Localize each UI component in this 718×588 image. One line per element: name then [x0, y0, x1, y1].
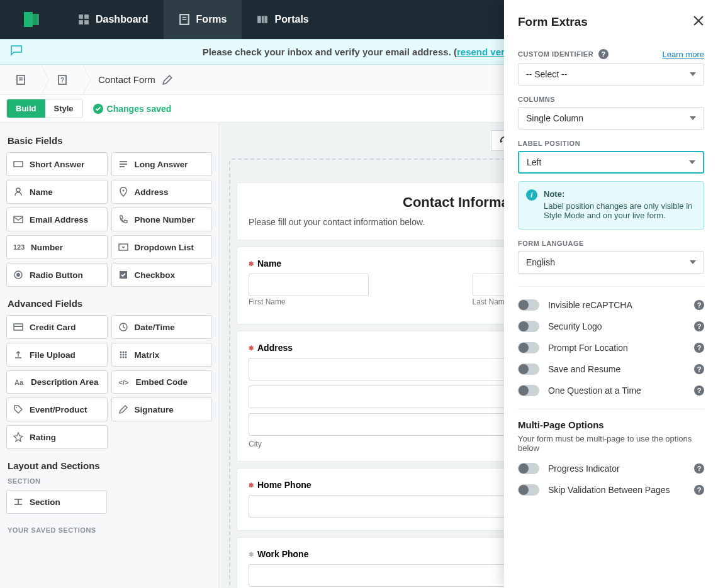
- toggle-recaptcha[interactable]: [518, 299, 539, 311]
- toggle-one-question[interactable]: [518, 385, 539, 396]
- text-icon: Aa: [13, 379, 25, 386]
- toggle-one-question-label: One Question at a Time: [548, 386, 685, 396]
- person-icon: [13, 187, 23, 197]
- fields-sidebar: Basic Fields Short Answer Long Answer Na…: [0, 123, 219, 588]
- field-label-work-phone: Work Phone: [257, 549, 308, 559]
- svg-point-41: [16, 407, 17, 408]
- help-icon[interactable]: ?: [694, 364, 704, 374]
- clock-icon: [118, 322, 128, 332]
- help-icon[interactable]: ?: [694, 300, 704, 310]
- svg-point-38: [120, 357, 121, 358]
- style-mode-button[interactable]: Style: [45, 99, 82, 118]
- svg-rect-4: [79, 20, 83, 25]
- saved-sections-label: YOUR SAVED SECTIONS: [8, 526, 212, 534]
- panel-title: Form Extras: [518, 15, 588, 29]
- svg-rect-24: [14, 216, 23, 223]
- field-description[interactable]: AaDescription Area: [6, 370, 108, 394]
- toggle-prompt-location[interactable]: [518, 342, 539, 353]
- help-icon[interactable]: ?: [694, 463, 704, 474]
- toggle-security-logo-label: Security Logo: [548, 321, 685, 331]
- help-icon[interactable]: ?: [694, 343, 704, 353]
- custom-identifier-select[interactable]: -- Select --: [518, 63, 704, 86]
- app-logo[interactable]: [0, 9, 63, 30]
- svg-rect-18: [14, 162, 23, 167]
- number-icon: 123: [13, 243, 25, 251]
- field-email[interactable]: Email Address: [6, 208, 108, 231]
- field-short-answer[interactable]: Short Answer: [6, 152, 108, 176]
- required-icon: ✱: [249, 260, 254, 267]
- star-icon: [13, 432, 23, 442]
- field-matrix[interactable]: Matrix: [111, 343, 213, 367]
- matrix-icon: [118, 350, 128, 360]
- svg-text:?: ?: [60, 77, 64, 84]
- svg-point-33: [122, 352, 124, 353]
- field-radio[interactable]: Radio Button: [6, 263, 108, 287]
- toggle-save-resume[interactable]: [518, 363, 539, 375]
- field-address[interactable]: Address: [111, 180, 213, 204]
- field-datetime[interactable]: Date/Time: [111, 315, 213, 339]
- phone-icon: [118, 214, 128, 225]
- multipage-title: Multi-Page Options: [518, 419, 704, 430]
- toggle-security-logo[interactable]: [518, 321, 539, 332]
- checkbox-icon: [118, 270, 128, 280]
- optional-icon: ✱: [249, 551, 254, 558]
- section-label: SECTION: [8, 477, 212, 485]
- field-embed[interactable]: </>Embed Code: [111, 370, 213, 394]
- field-file-upload[interactable]: File Upload: [6, 343, 108, 367]
- label-position-select[interactable]: Left: [518, 151, 704, 174]
- toggle-recaptcha-label: Invisible reCAPTCHA: [548, 300, 685, 310]
- nav-portals[interactable]: Portals: [242, 0, 323, 39]
- section-icon: [13, 497, 23, 507]
- help-icon[interactable]: ?: [694, 485, 704, 495]
- columns-select[interactable]: Single Column: [518, 107, 704, 130]
- form-language-select[interactable]: English: [518, 251, 704, 274]
- dropdown-icon: [118, 242, 128, 252]
- field-long-answer[interactable]: Long Answer: [111, 152, 213, 176]
- dashboard-icon: [78, 14, 89, 25]
- svg-point-40: [125, 357, 126, 358]
- first-name-input[interactable]: [249, 274, 369, 296]
- form-extras-panel: Form Extras CUSTOM IDENTIFIER ? Learn mo…: [504, 0, 718, 588]
- pencil-icon[interactable]: [162, 74, 173, 86]
- build-style-toggle: Build Style: [6, 99, 83, 118]
- field-signature[interactable]: Signature: [111, 397, 213, 421]
- svg-point-39: [122, 357, 124, 358]
- field-label-name: Name: [257, 258, 281, 269]
- layout-sections-title: Layout and Sections: [8, 460, 212, 471]
- toggle-skip-validation[interactable]: [518, 484, 539, 496]
- build-mode-button[interactable]: Build: [7, 99, 45, 118]
- nav-dashboard[interactable]: Dashboard: [63, 0, 164, 39]
- svg-point-34: [125, 352, 126, 353]
- field-dropdown[interactable]: Dropdown List: [111, 235, 213, 259]
- code-icon: </>: [118, 379, 130, 386]
- field-rating[interactable]: Rating: [6, 425, 108, 449]
- toggle-skip-validation-label: Skip Validation Between Pages: [548, 485, 685, 495]
- field-credit-card[interactable]: Credit Card: [6, 315, 108, 339]
- field-number[interactable]: 123Number: [6, 235, 108, 259]
- toggle-progress[interactable]: [518, 463, 539, 474]
- label-position-label: LABEL POSITION: [518, 140, 704, 147]
- required-icon: ✱: [249, 482, 254, 489]
- learn-more-link[interactable]: Learn more: [663, 50, 704, 59]
- close-icon: [693, 15, 704, 26]
- field-label-address: Address: [257, 343, 293, 353]
- help-icon[interactable]: ?: [598, 49, 609, 59]
- close-panel-button[interactable]: [693, 14, 704, 30]
- chat-icon[interactable]: [10, 45, 23, 59]
- help-icon[interactable]: ?: [694, 386, 704, 396]
- breadcrumb-folder[interactable]: [0, 65, 42, 95]
- nav-forms[interactable]: Forms: [164, 0, 242, 39]
- field-checkbox[interactable]: Checkbox: [111, 263, 213, 287]
- advanced-fields-title: Advanced Fields: [8, 298, 212, 309]
- nav-dashboard-label: Dashboard: [96, 14, 149, 25]
- help-icon[interactable]: ?: [694, 321, 704, 331]
- toggle-prompt-location-label: Prompt For Location: [548, 343, 685, 353]
- layout-section-item[interactable]: Section: [6, 490, 107, 514]
- custom-identifier-label: CUSTOM IDENTIFIER ? Learn more: [518, 49, 704, 59]
- columns-label: COLUMNS: [518, 96, 704, 103]
- field-event-product[interactable]: Event/Product: [6, 397, 108, 421]
- field-phone[interactable]: Phone Number: [111, 208, 213, 231]
- svg-rect-9: [258, 16, 262, 23]
- svg-rect-2: [79, 14, 83, 19]
- field-name[interactable]: Name: [6, 180, 108, 204]
